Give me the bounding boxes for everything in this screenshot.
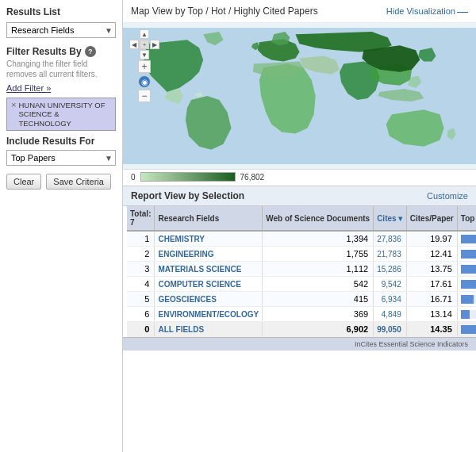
cites-paper-cell: 16.71 — [406, 292, 457, 307]
clear-button[interactable]: Clear — [6, 174, 41, 190]
total-rank-cell: 0 — [127, 322, 155, 337]
map-controls: ▲ ◀ + ▶ ▼ + ◉ − — [129, 29, 159, 102]
cites-cell[interactable]: 15,286 — [374, 262, 407, 277]
table-header-row: Total: 7 Research Fields Web of Science … — [127, 206, 476, 231]
app-container: Results List Research Fields ▼ Filter Re… — [0, 0, 476, 452]
total-count: 7 — [130, 218, 151, 227]
save-criteria-button[interactable]: Save Criteria — [46, 174, 111, 190]
table-row: 2 ENGINEERING 1,755 21,783 12.41 17 — [127, 247, 476, 262]
map-pan-control[interactable]: ▲ ◀ + ▶ ▼ — [129, 29, 159, 59]
filter-tag: × HUNAN UNIVERSITY OF SCIENCE & TECHNOLO… — [6, 98, 116, 131]
add-filter-link[interactable]: Add Filter » — [6, 83, 116, 93]
report-table-wrapper: Total: 7 Research Fields Web of Science … — [123, 206, 476, 337]
cites-paper-cell: 17.61 — [406, 277, 457, 292]
wos-cell: 1,394 — [263, 231, 374, 247]
table-row: 4 COMPUTER SCIENCE 542 9,542 17.61 8 — [127, 277, 476, 292]
legend-max: 76,802 — [240, 173, 265, 182]
footer: InCites Essential Science Indicators — [123, 337, 476, 350]
rank-cell: 2 — [127, 247, 155, 262]
hide-viz-dash: — — [457, 5, 468, 17]
cites-cell[interactable]: 9,542 — [374, 277, 407, 292]
th-cites[interactable]: Cites ▾ — [374, 206, 407, 231]
action-buttons: Clear Save Criteria — [6, 174, 116, 190]
total-wos-cell: 6,902 — [263, 322, 374, 337]
cites-cell[interactable]: 27,836 — [374, 231, 407, 247]
rank-cell: 3 — [127, 262, 155, 277]
top-papers-bar-cell: 8 — [457, 277, 476, 292]
include-select-wrapper[interactable]: Top Papers ▼ — [6, 150, 116, 166]
field-cell[interactable]: GEOSCIENCES — [155, 292, 263, 307]
cites-cell[interactable]: 6,934 — [374, 292, 407, 307]
world-map[interactable]: ▲ ◀ + ▶ ▼ + ◉ − — [123, 23, 476, 170]
map-legend: 0 76,802 — [123, 170, 476, 186]
filter-info-icon[interactable]: ? — [85, 46, 96, 57]
map-svg — [123, 23, 476, 169]
top-papers-bar-cell: 17 — [457, 247, 476, 262]
wos-cell: 369 — [263, 307, 374, 322]
hide-viz-label: Hide Visualization — [386, 6, 455, 16]
total-row: 0 ALL FIELDS 6,902 99,050 14.35 44 — [127, 322, 476, 337]
zoom-out-icon[interactable]: − — [138, 90, 151, 102]
customize-button[interactable]: Customize — [427, 191, 468, 201]
legend-min: 0 — [131, 173, 136, 182]
pan-right-icon[interactable]: ▶ — [150, 40, 159, 49]
filter-note: Changing the filter field removes all cu… — [6, 59, 116, 79]
top-papers-bar-cell: 19 — [457, 231, 476, 247]
zoom-in-icon[interactable]: + — [138, 60, 151, 73]
field-cell[interactable]: ENGINEERING — [155, 247, 263, 262]
results-list-select-wrapper[interactable]: Research Fields ▼ — [6, 22, 116, 38]
top-papers-bar-cell: 3 — [457, 307, 476, 322]
total-top-papers-bar-cell: 44 — [457, 322, 476, 337]
wos-cell: 1,755 — [263, 247, 374, 262]
pan-center-icon: + — [140, 40, 149, 49]
legend-bar — [140, 172, 236, 182]
report-table: Total: 7 Research Fields Web of Science … — [127, 206, 476, 337]
include-dropdown[interactable]: Top Papers — [6, 150, 116, 166]
field-cell[interactable]: ENVIRONMENT/ECOLOGY — [155, 307, 263, 322]
tag-remove-icon[interactable]: × — [11, 101, 16, 109]
globe-icon[interactable]: ◉ — [138, 75, 151, 88]
report-title: Report View by Selection — [131, 190, 244, 201]
cites-paper-cell: 13.75 — [406, 262, 457, 277]
top-papers-bar-cell: 15 — [457, 292, 476, 307]
pan-up-icon[interactable]: ▲ — [140, 29, 149, 39]
total-cites-paper-cell: 14.35 — [406, 322, 457, 337]
cites-paper-cell: 12.41 — [406, 247, 457, 262]
pan-down-icon[interactable]: ▼ — [140, 50, 149, 59]
total-field-cell[interactable]: ALL FIELDS — [155, 322, 263, 337]
sidebar: Results List Research Fields ▼ Filter Re… — [0, 0, 123, 452]
hide-visualization-button[interactable]: Hide Visualization — — [386, 5, 468, 17]
main-content: Map View by Top / Hot / Highly Cited Pap… — [123, 0, 476, 452]
table-row: 3 MATERIALS SCIENCE 1,112 15,286 13.75 8 — [127, 262, 476, 277]
wos-cell: 542 — [263, 277, 374, 292]
wos-cell: 415 — [263, 292, 374, 307]
field-cell[interactable]: MATERIALS SCIENCE — [155, 262, 263, 277]
total-label: Total: — [130, 209, 151, 218]
rank-cell: 1 — [127, 231, 155, 247]
cites-paper-cell: 13.14 — [406, 307, 457, 322]
rank-cell: 5 — [127, 292, 155, 307]
results-list-dropdown[interactable]: Research Fields — [6, 22, 116, 38]
field-cell[interactable]: COMPUTER SCIENCE — [155, 277, 263, 292]
rank-cell: 6 — [127, 307, 155, 322]
th-research-fields: Research Fields — [155, 206, 263, 231]
cites-cell[interactable]: 21,783 — [374, 247, 407, 262]
wos-cell: 1,112 — [263, 262, 374, 277]
rank-cell: 4 — [127, 277, 155, 292]
map-header: Map View by Top / Hot / Highly Cited Pap… — [123, 0, 476, 23]
map-title: Map View by Top / Hot / Highly Cited Pap… — [131, 6, 318, 17]
cites-paper-cell: 19.97 — [406, 231, 457, 247]
th-total: Total: 7 — [127, 206, 155, 231]
total-cites-cell[interactable]: 99,050 — [374, 322, 407, 337]
th-cites-paper: Cites/Paper — [406, 206, 457, 231]
cites-cell[interactable]: 4,849 — [374, 307, 407, 322]
th-top-papers: Top Papers — [457, 206, 476, 231]
include-results-title: Include Results For — [6, 136, 116, 147]
tag-text: HUNAN UNIVERSITY OF SCIENCE & TECHNOLOGY — [18, 101, 111, 128]
field-cell[interactable]: CHEMISTRY — [155, 231, 263, 247]
footer-text: InCites Essential Science Indicators — [355, 340, 468, 348]
th-wos: Web of Science Documents — [263, 206, 374, 231]
pan-left-icon[interactable]: ◀ — [129, 40, 139, 49]
table-row: 1 CHEMISTRY 1,394 27,836 19.97 19 — [127, 231, 476, 247]
report-header: Report View by Selection Customize — [123, 186, 476, 206]
